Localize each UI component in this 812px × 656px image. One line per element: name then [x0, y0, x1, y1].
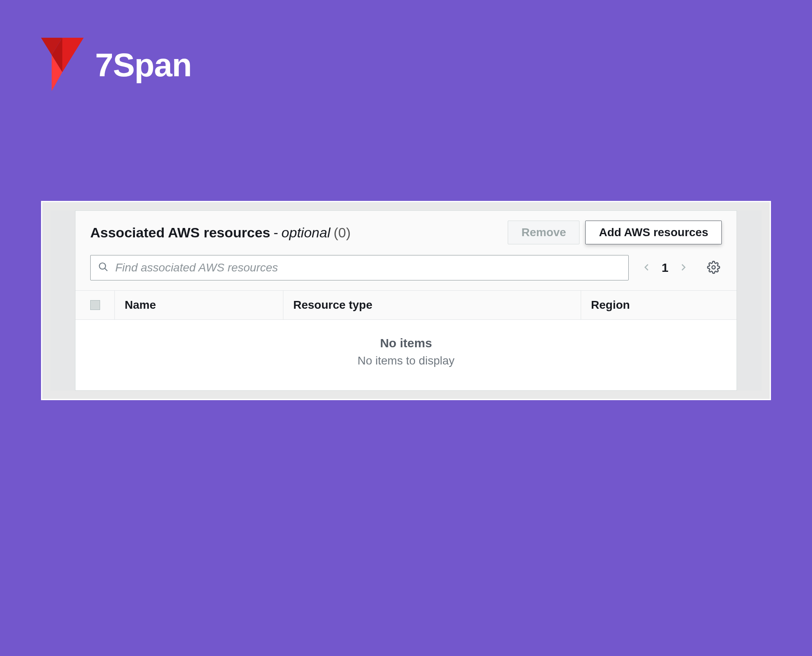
table-header: Name Resource type Region — [75, 290, 737, 320]
chevron-left-icon — [642, 269, 652, 275]
card-title: Associated AWS resources - optional (0) — [90, 225, 351, 241]
svg-point-5 — [99, 263, 105, 269]
card-title-optional: optional — [281, 225, 330, 241]
svg-point-7 — [712, 266, 715, 269]
svg-line-6 — [105, 269, 107, 271]
gear-icon — [707, 269, 720, 275]
empty-state-subtitle: No items to display — [75, 354, 737, 367]
associated-resources-card: Associated AWS resources - optional (0) … — [75, 210, 737, 391]
select-all-cell — [75, 291, 115, 319]
pager: 1 — [640, 260, 690, 276]
column-region[interactable]: Region — [581, 291, 737, 319]
card-title-main: Associated AWS resources — [90, 225, 270, 241]
select-all-checkbox[interactable] — [90, 300, 100, 310]
settings-button[interactable] — [705, 259, 722, 277]
panel-frame: Associated AWS resources - optional (0) … — [41, 201, 771, 400]
search-box[interactable] — [90, 255, 629, 280]
svg-marker-1 — [62, 38, 84, 72]
empty-state: No items No items to display — [75, 320, 737, 390]
brand-logo-mark — [41, 38, 84, 93]
brand-logo: 7Span — [41, 38, 192, 93]
card-title-count: (0) — [333, 225, 351, 241]
card-toolbar: 1 — [75, 249, 737, 290]
search-icon — [98, 262, 109, 274]
card-title-dash: - — [274, 225, 278, 241]
search-input[interactable] — [115, 261, 621, 274]
add-resources-button[interactable]: Add AWS resources — [585, 221, 722, 244]
column-resource-type[interactable]: Resource type — [283, 291, 581, 319]
card-header-actions: Remove Add AWS resources — [508, 221, 722, 244]
remove-button[interactable]: Remove — [508, 221, 579, 244]
pager-page-number: 1 — [661, 261, 668, 275]
pager-prev-button[interactable] — [640, 260, 653, 276]
brand-logo-text: 7Span — [95, 46, 192, 84]
column-name[interactable]: Name — [115, 291, 283, 319]
empty-state-title: No items — [75, 336, 737, 350]
chevron-right-icon — [678, 269, 688, 275]
card-header: Associated AWS resources - optional (0) … — [75, 211, 737, 249]
panel-frame-inner: Associated AWS resources - optional (0) … — [50, 210, 762, 391]
pager-next-button[interactable] — [677, 260, 690, 276]
